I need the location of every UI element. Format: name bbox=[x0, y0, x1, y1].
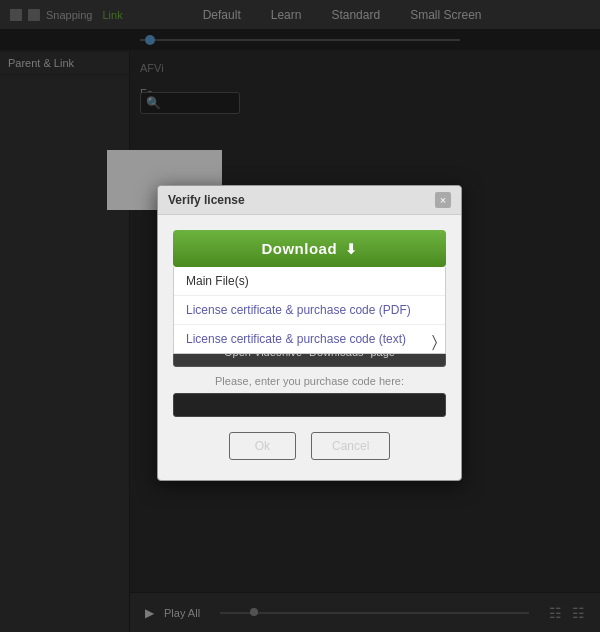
verify-license-dialog: Verify license × Download ⬇ Main File(s)… bbox=[157, 185, 462, 481]
download-dropdown-menu: Main File(s) License certificate & purch… bbox=[173, 267, 446, 354]
dropdown-item-text[interactable]: License certificate & purchase code (tex… bbox=[174, 325, 445, 353]
ok-button[interactable]: Ok bbox=[229, 432, 296, 460]
dropdown-item-pdf[interactable]: License certificate & purchase code (PDF… bbox=[174, 296, 445, 325]
download-arrow-icon: ⬇ bbox=[345, 241, 358, 257]
download-label: Download bbox=[261, 240, 337, 257]
dialog-body: Download ⬇ Main File(s) License certific… bbox=[158, 215, 461, 480]
download-button[interactable]: Download ⬇ bbox=[173, 230, 446, 267]
dropdown-item-main-files[interactable]: Main File(s) bbox=[174, 267, 445, 296]
dialog-title: Verify license bbox=[168, 193, 245, 207]
dialog-close-button[interactable]: × bbox=[435, 192, 451, 208]
dialog-titlebar: Verify license × bbox=[158, 186, 461, 215]
download-dropdown-container: Download ⬇ Main File(s) License certific… bbox=[173, 230, 446, 267]
cancel-button[interactable]: Cancel bbox=[311, 432, 390, 460]
dialog-buttons: Ok Cancel bbox=[173, 432, 446, 465]
purchase-code-input[interactable] bbox=[173, 393, 446, 417]
cursor-icon: 〉 bbox=[432, 333, 437, 351]
purchase-code-label: Please, enter you purchase code here: bbox=[173, 375, 446, 387]
